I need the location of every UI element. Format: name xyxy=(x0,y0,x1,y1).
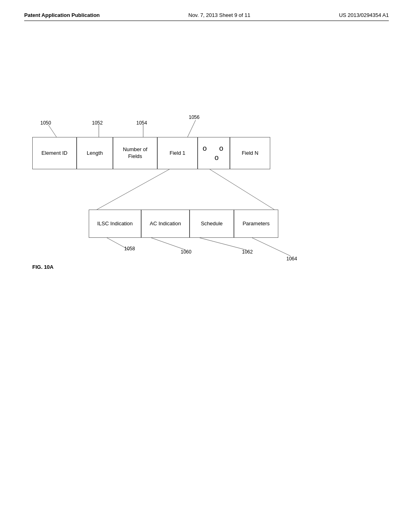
num-fields-box: Number ofFields xyxy=(113,137,157,169)
header-left: Patent Application Publication xyxy=(24,12,100,18)
length-box: Length xyxy=(77,137,113,169)
svg-line-5 xyxy=(210,169,274,210)
fieldn-box: Field N xyxy=(230,137,270,169)
svg-line-9 xyxy=(252,238,290,256)
ref-1054: 1054 xyxy=(136,120,147,126)
field1-box: Field 1 xyxy=(157,137,198,169)
header-center: Nov. 7, 2013 Sheet 9 of 11 xyxy=(188,12,250,18)
ref-1052: 1052 xyxy=(92,120,103,126)
ref-1058: 1058 xyxy=(124,246,135,251)
page: Patent Application Publication Nov. 7, 2… xyxy=(0,0,413,532)
diagram-area: 1050 1052 1054 1056 Element ID Length Nu… xyxy=(32,113,383,286)
bottom-row: ILSC Indication AC Indication Schedule P… xyxy=(89,210,278,238)
svg-line-8 xyxy=(200,238,246,250)
ref-1062: 1062 xyxy=(242,249,253,255)
svg-line-7 xyxy=(151,238,186,250)
ref-1064: 1064 xyxy=(286,256,297,262)
parameters-box: Parameters xyxy=(234,210,278,238)
ref-1056: 1056 xyxy=(189,114,200,120)
ac-box: AC Indication xyxy=(141,210,190,238)
schedule-box: Schedule xyxy=(190,210,234,238)
element-id-box: Element ID xyxy=(32,137,77,169)
ref-1050: 1050 xyxy=(40,120,51,126)
ref-1060: 1060 xyxy=(181,249,192,255)
svg-line-3 xyxy=(188,120,196,137)
header-right: US 2013/0294354 A1 xyxy=(339,12,389,18)
svg-line-0 xyxy=(48,125,56,137)
svg-line-4 xyxy=(97,169,169,210)
ilsc-box: ILSC Indication xyxy=(89,210,141,238)
fig-label: FIG. 10A xyxy=(32,264,54,270)
dots-box: o o o xyxy=(198,137,230,169)
top-row: Element ID Length Number ofFields Field … xyxy=(32,137,270,169)
page-header: Patent Application Publication Nov. 7, 2… xyxy=(24,12,389,21)
